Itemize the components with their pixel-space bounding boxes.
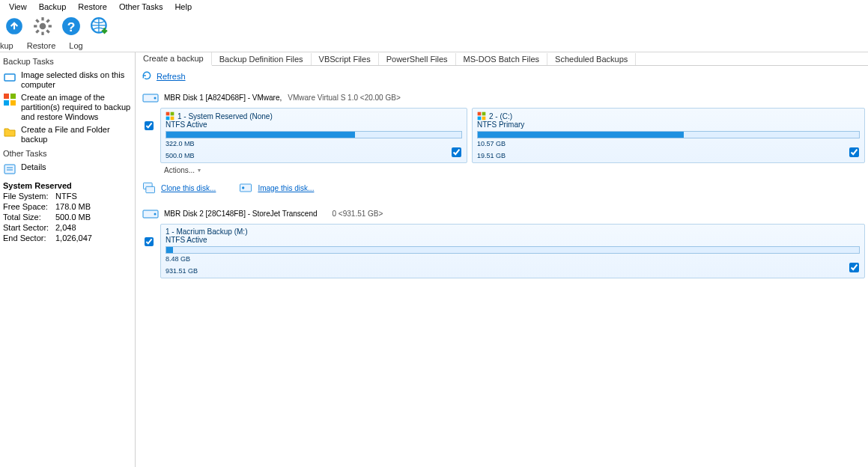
right-area: Create a backup Backup Definition Files … xyxy=(136,52,868,467)
svg-rect-28 xyxy=(482,112,486,116)
refresh-link[interactable]: Refresh xyxy=(157,72,186,81)
svg-point-34 xyxy=(242,186,244,189)
menu-other-tasks[interactable]: Other Tasks xyxy=(113,2,169,11)
disk-select-checkbox[interactable] xyxy=(145,237,154,246)
help-icon: ? xyxy=(61,16,81,36)
task-label: Details xyxy=(21,162,132,172)
partition-card[interactable]: 1 - System Reserved (None) NTFS Active 3… xyxy=(160,108,467,163)
subtab-log[interactable]: Log xyxy=(69,40,88,52)
partition-card[interactable]: 1 - Macrium Backup (M:) NTFS Active 8.48… xyxy=(160,224,865,278)
disk-title-extra: VMware Virtual S 1.0 <20.00 GB> xyxy=(288,94,400,102)
toolbar-button-backup[interactable] xyxy=(1,15,27,37)
image-disk-link[interactable]: Image this disk... xyxy=(238,180,314,195)
details-icon xyxy=(3,162,16,176)
detail-key: Start Sector: xyxy=(3,222,55,233)
disk-arrow-icon xyxy=(4,16,24,36)
svg-point-36 xyxy=(154,213,157,216)
partition-used: 322.0 MB xyxy=(166,140,462,147)
menu-backup[interactable]: Backup xyxy=(33,2,73,11)
folder-icon xyxy=(3,125,16,138)
tab-vbscript-files[interactable]: VBScript Files xyxy=(312,53,379,65)
toolbar: ? xyxy=(0,13,868,39)
globe-download-icon xyxy=(90,16,109,36)
menubar: View Backup Restore Other Tasks Help xyxy=(0,0,868,13)
task-file-folder-backup[interactable]: Create a File and Folder backup xyxy=(1,123,133,146)
svg-rect-16 xyxy=(4,100,9,106)
backup-tasks-heading: Backup Tasks xyxy=(1,54,133,69)
task-details[interactable]: Details xyxy=(1,161,133,177)
clone-disk-label: Clone this disk... xyxy=(161,184,216,192)
left-pane: Backup Tasks Image selected disks on thi… xyxy=(0,52,136,467)
svg-rect-30 xyxy=(482,117,486,120)
refresh-icon xyxy=(142,70,152,82)
tab-powershell-files[interactable]: PowerShell Files xyxy=(379,53,456,65)
details-heading: System Reserved xyxy=(3,181,72,190)
task-image-windows-partitions[interactable]: Create an image of the partition(s) requ… xyxy=(1,91,133,123)
disk-title-extra: 0 <931.51 GB> xyxy=(333,210,383,218)
drive-icon xyxy=(142,88,160,106)
svg-rect-17 xyxy=(10,100,16,106)
image-disk-label: Image this disk... xyxy=(258,184,314,192)
detail-key: End Sector: xyxy=(3,233,55,243)
detail-val: NTFS xyxy=(55,191,77,201)
detail-val: 500.0 MB xyxy=(55,212,91,222)
tab-create-backup[interactable]: Create a backup xyxy=(136,52,212,66)
disk-title: MBR Disk 2 [28C148FB] - StoreJet Transce… xyxy=(164,210,318,218)
svg-rect-24 xyxy=(171,112,174,116)
usage-bar xyxy=(166,246,860,254)
right-tabs: Create a backup Backup Definition Files … xyxy=(136,52,868,66)
svg-rect-33 xyxy=(240,184,252,192)
partition-total: 500.0 MB xyxy=(166,152,462,159)
partition-select-checkbox[interactable] xyxy=(849,263,859,272)
svg-rect-26 xyxy=(171,117,174,120)
detail-key: Free Space: xyxy=(3,201,55,212)
svg-rect-29 xyxy=(478,117,482,120)
partition-name: 2 - (C:) xyxy=(489,112,512,120)
image-icon xyxy=(238,180,253,195)
toolbar-button-help[interactable]: ? xyxy=(58,15,84,37)
usage-bar xyxy=(477,131,860,138)
actions-dropdown[interactable]: Actions... xyxy=(139,163,865,179)
svg-rect-15 xyxy=(10,94,16,99)
svg-rect-25 xyxy=(166,117,170,120)
partition-used: 10.57 GB xyxy=(477,140,860,147)
svg-line-8 xyxy=(36,30,38,32)
clone-disk-link[interactable]: Clone this disk... xyxy=(142,180,216,195)
disk-select-checkbox[interactable] xyxy=(145,121,154,130)
other-tasks-heading: Other Tasks xyxy=(1,146,133,161)
subtab-restore[interactable]: Restore xyxy=(27,40,62,52)
subtab-backup[interactable]: kup xyxy=(0,40,19,52)
disk-title: MBR Disk 1 [A824D68F] - VMware, xyxy=(164,94,282,102)
partition-select-checkbox[interactable] xyxy=(849,147,859,157)
partition-name: 1 - Macrium Backup (M:) xyxy=(166,228,247,236)
svg-rect-23 xyxy=(166,112,170,116)
partition-select-checkbox[interactable] xyxy=(452,147,461,157)
partition-name: 1 - System Reserved (None) xyxy=(177,112,273,120)
svg-text:?: ? xyxy=(67,19,76,34)
task-label: Create a File and Folder backup xyxy=(21,125,132,144)
windows-icon xyxy=(3,93,16,106)
partition-card[interactable]: 2 - (C:) NTFS Primary 10.57 GB 19.51 GB xyxy=(472,108,865,163)
gear-icon xyxy=(33,16,52,36)
menu-help[interactable]: Help xyxy=(169,2,198,11)
task-image-selected-disks[interactable]: Image selected disks on this computer xyxy=(1,69,133,91)
toolbar-button-settings[interactable] xyxy=(30,15,55,37)
menu-restore[interactable]: Restore xyxy=(72,2,113,11)
partition-fs: NTFS Active xyxy=(166,236,860,244)
detail-key: File System: xyxy=(3,191,55,201)
windows-icon xyxy=(166,112,174,120)
toolbar-button-web[interactable] xyxy=(87,15,112,37)
detail-val: 178.0 MB xyxy=(55,201,91,212)
drive-icon xyxy=(142,204,160,222)
tab-backup-definition-files[interactable]: Backup Definition Files xyxy=(212,53,312,65)
svg-rect-27 xyxy=(478,112,482,116)
svg-line-6 xyxy=(36,19,38,22)
svg-rect-13 xyxy=(4,74,15,81)
task-label: Create an image of the partition(s) requ… xyxy=(21,93,132,122)
menu-view[interactable]: View xyxy=(3,2,33,11)
tab-scheduled-backups[interactable]: Scheduled Backups xyxy=(547,53,636,65)
tab-msdos-batch-files[interactable]: MS-DOS Batch Files xyxy=(456,53,547,65)
svg-point-1 xyxy=(40,23,46,30)
disk-block-1: MBR Disk 1 [A824D68F] - VMware, VMware V… xyxy=(139,88,865,200)
clone-icon xyxy=(142,180,157,195)
